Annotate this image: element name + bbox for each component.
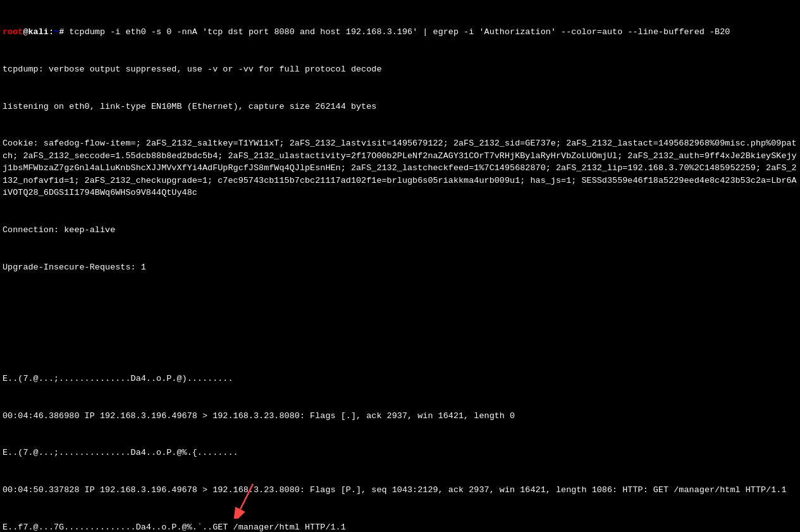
- output-line-5: Upgrade-Insecure-Requests: 1: [3, 261, 797, 274]
- output-line-2: listening on eth0, link-type EN10MB (Eth…: [3, 101, 797, 113]
- output-line-6: [3, 299, 797, 311]
- prompt-user: root: [3, 27, 23, 37]
- output-line-12: E..f7.@...7G..............Da4..o.P.@%.`.…: [3, 521, 797, 532]
- prompt-path: ~: [54, 27, 59, 37]
- output-line-4: Connection: keep-alive: [3, 224, 797, 237]
- terminal-window: root@kali:~# tcpdump -i eth0 -s 0 -nnA '…: [0, 0, 800, 532]
- output-line-9: 00:04:46.386980 IP 192.168.3.196.49678 >…: [3, 410, 797, 423]
- prompt-at: @: [23, 27, 28, 37]
- prompt-host: kali: [28, 27, 49, 37]
- prompt-separator: :: [49, 27, 54, 37]
- output-line-7: [3, 335, 797, 348]
- command-text: tcpdump -i eth0 -s 0 -nnA 'tcp dst port …: [64, 27, 730, 37]
- output-line-11: 00:04:50.337828 IP 192.168.3.196.49678 >…: [3, 484, 797, 497]
- output-line-3: Cookie: safedog-flow-item=; 2aFS_2132_sa…: [3, 137, 797, 199]
- prompt-line: root@kali:~# tcpdump -i eth0 -s 0 -nnA '…: [3, 26, 797, 39]
- output-line-1: tcpdump: verbose output suppressed, use …: [3, 63, 797, 76]
- output-line-10: E..(7.@...;..............Da4..o.P.@%.{..…: [3, 447, 797, 459]
- output-line-8: E..(7.@...;..............Da4..o.P.@)....…: [3, 373, 797, 385]
